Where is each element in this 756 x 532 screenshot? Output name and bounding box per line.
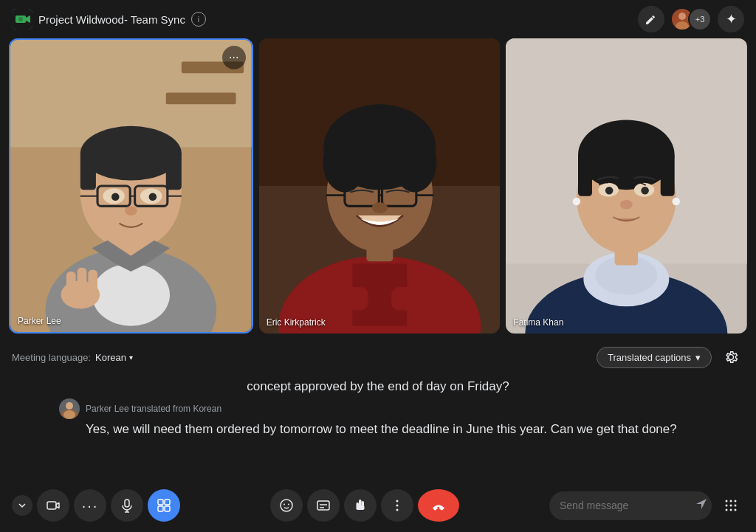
caption-bar: Meeting language: Korean ▾ Translated ca… (0, 338, 756, 376)
translated-captions-button[interactable]: Translated captions ▾ (597, 347, 712, 368)
end-call-button[interactable] (418, 489, 459, 522)
svg-point-63 (642, 187, 650, 195)
svg-point-90 (396, 509, 399, 511)
svg-point-93 (735, 500, 737, 502)
svg-point-99 (735, 509, 737, 511)
svg-point-89 (396, 505, 399, 507)
more-dots-icon: ··· (82, 497, 99, 514)
more-button[interactable]: ··· (74, 489, 106, 522)
language-value: Korean (95, 352, 126, 363)
svg-rect-75 (165, 500, 170, 505)
svg-point-95 (730, 505, 732, 507)
header-right: +3 ✦ (638, 6, 744, 32)
toolbar-right (549, 491, 744, 520)
caption-line-2: Yes, we will need them ordered by tomorr… (15, 422, 741, 437)
svg-point-91 (726, 500, 728, 502)
meeting-title: Project Wildwood- Team Sync (38, 13, 185, 26)
svg-rect-70 (47, 502, 56, 509)
camera-button[interactable] (37, 489, 69, 522)
svg-point-97 (726, 509, 728, 511)
svg-rect-58 (661, 153, 675, 196)
settings-button[interactable] (718, 344, 744, 370)
svg-point-98 (730, 509, 732, 511)
svg-rect-48 (391, 287, 461, 311)
translated-captions-chevron-icon: ▾ (695, 352, 701, 363)
video-content-2 (259, 38, 501, 334)
participant-name-2: Eric Kirkpatrick (267, 317, 326, 328)
participant-name-3: Fatima Khan (513, 317, 563, 328)
message-input[interactable] (560, 500, 689, 511)
send-button[interactable] (695, 497, 708, 514)
captions-area: concept approved by the end of day on Fr… (0, 376, 756, 440)
svg-rect-87 (357, 505, 365, 510)
language-chevron-icon: ▾ (129, 353, 133, 362)
video-grid: ··· Parker Lee (0, 38, 756, 334)
chevron-button[interactable] (12, 495, 32, 516)
svg-rect-16 (166, 151, 182, 190)
svg-rect-47 (298, 287, 368, 311)
raise-hand-button[interactable] (344, 489, 377, 522)
svg-rect-29 (78, 268, 87, 297)
caption-controls: Translated captions ▾ (597, 344, 744, 370)
svg-rect-71 (125, 500, 129, 507)
svg-point-78 (281, 500, 292, 511)
svg-point-96 (735, 505, 737, 507)
translated-captions-label: Translated captions (608, 352, 691, 363)
info-icon[interactable]: i (191, 12, 206, 27)
svg-rect-81 (317, 501, 329, 510)
svg-point-40 (333, 116, 426, 162)
svg-point-25 (149, 193, 157, 201)
toolbar-left: ··· (12, 489, 180, 522)
video-tile-fatima: Fatima Khan (506, 38, 747, 334)
captions-button[interactable] (307, 489, 340, 522)
svg-rect-77 (165, 506, 170, 511)
emoji-button[interactable] (270, 489, 303, 522)
apps-grid-button[interactable] (718, 492, 744, 519)
caption-line-1: concept approved by the end of day on Fr… (15, 379, 741, 394)
svg-point-62 (605, 187, 614, 195)
svg-point-46 (371, 202, 387, 213)
svg-point-94 (726, 505, 728, 507)
header: Project Wildwood- Team Sync i +3 ✦ (0, 0, 756, 38)
video-tile-parker: ··· Parker Lee (9, 38, 253, 334)
svg-rect-30 (88, 270, 97, 298)
svg-point-26 (125, 206, 137, 215)
svg-rect-9 (166, 93, 236, 105)
avatar-count[interactable]: +3 (688, 7, 712, 31)
meeting-language-label: Meeting language: (12, 352, 91, 363)
bottom-toolbar: ··· (0, 479, 756, 532)
message-input-area[interactable] (549, 491, 712, 520)
sparkle-button[interactable]: ✦ (718, 6, 744, 32)
svg-point-68 (66, 402, 73, 410)
svg-rect-57 (578, 153, 592, 196)
svg-point-92 (730, 500, 732, 502)
svg-point-24 (111, 193, 120, 201)
svg-point-69 (63, 410, 75, 419)
pencil-button[interactable] (638, 6, 664, 32)
svg-rect-28 (66, 272, 76, 299)
layout-button[interactable] (148, 489, 180, 522)
more-options-button[interactable] (381, 489, 413, 522)
svg-point-59 (615, 128, 654, 159)
video-tile-eric: Eric Kirkpatrick (259, 38, 501, 334)
svg-rect-74 (158, 500, 163, 505)
svg-point-88 (396, 500, 399, 502)
toolbar-center (270, 489, 459, 522)
language-select[interactable]: Korean ▾ (95, 352, 133, 363)
svg-point-80 (288, 504, 289, 505)
svg-point-5 (676, 21, 689, 30)
svg-point-79 (284, 504, 285, 505)
participant-name-1: Parker Lee (18, 316, 61, 326)
svg-rect-76 (158, 506, 163, 511)
tile-menu-button-1[interactable]: ··· (222, 46, 246, 69)
video-content-1 (10, 40, 252, 332)
svg-point-65 (573, 198, 581, 206)
caption-speaker-row: Parker Lee translated from Korean (15, 398, 741, 419)
svg-point-4 (678, 13, 686, 20)
video-content-3 (506, 38, 747, 334)
avatar-group[interactable]: +3 (670, 7, 712, 31)
meet-logo (12, 9, 32, 30)
svg-point-66 (673, 198, 681, 206)
mic-button[interactable] (111, 489, 143, 522)
svg-point-11 (92, 263, 170, 325)
